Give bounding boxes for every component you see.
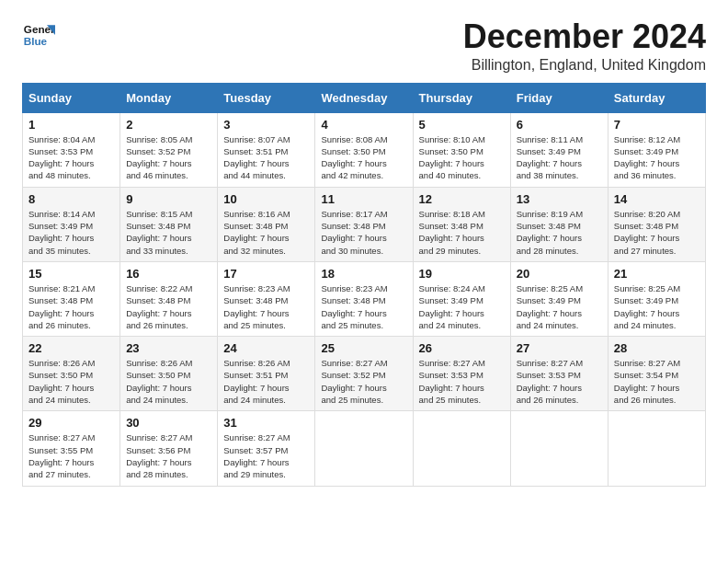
- day-number: 26: [419, 341, 505, 355]
- calendar-header-friday: Friday: [510, 83, 608, 112]
- day-info: Sunrise: 8:27 AM Sunset: 3:54 PM Dayligh…: [614, 357, 700, 406]
- day-number: 22: [28, 341, 114, 355]
- calendar-cell: 17Sunrise: 8:23 AM Sunset: 3:48 PM Dayli…: [218, 261, 315, 336]
- calendar-cell: 12Sunrise: 8:18 AM Sunset: 3:48 PM Dayli…: [413, 187, 510, 261]
- day-info: Sunrise: 8:14 AM Sunset: 3:49 PM Dayligh…: [28, 208, 114, 257]
- calendar-table: SundayMondayTuesdayWednesdayThursdayFrid…: [22, 83, 706, 487]
- day-info: Sunrise: 8:25 AM Sunset: 3:49 PM Dayligh…: [614, 282, 700, 331]
- day-number: 30: [126, 416, 211, 430]
- day-number: 7: [614, 118, 700, 132]
- calendar-cell: 19Sunrise: 8:24 AM Sunset: 3:49 PM Dayli…: [413, 261, 510, 336]
- calendar-cell: 31Sunrise: 8:27 AM Sunset: 3:57 PM Dayli…: [218, 411, 315, 486]
- calendar-header-row: SundayMondayTuesdayWednesdayThursdayFrid…: [23, 83, 706, 112]
- month-title: December 2024: [463, 18, 706, 55]
- calendar-week-1: 1Sunrise: 8:04 AM Sunset: 3:53 PM Daylig…: [23, 112, 706, 187]
- day-number: 17: [223, 267, 309, 281]
- calendar-cell: 4Sunrise: 8:08 AM Sunset: 3:50 PM Daylig…: [315, 112, 413, 187]
- calendar-cell: 16Sunrise: 8:22 AM Sunset: 3:48 PM Dayli…: [120, 261, 218, 336]
- day-number: 4: [321, 118, 406, 132]
- day-number: 23: [126, 341, 211, 355]
- calendar-header-tuesday: Tuesday: [218, 83, 315, 112]
- calendar-header-thursday: Thursday: [413, 83, 510, 112]
- day-number: 14: [614, 192, 700, 206]
- calendar-cell: 9Sunrise: 8:15 AM Sunset: 3:48 PM Daylig…: [120, 187, 218, 261]
- calendar-header-saturday: Saturday: [608, 83, 705, 112]
- day-info: Sunrise: 8:15 AM Sunset: 3:48 PM Dayligh…: [126, 208, 211, 257]
- day-info: Sunrise: 8:27 AM Sunset: 3:57 PM Dayligh…: [223, 431, 309, 480]
- svg-text:Blue: Blue: [24, 35, 48, 47]
- day-info: Sunrise: 8:27 AM Sunset: 3:52 PM Dayligh…: [321, 357, 406, 406]
- calendar-cell: 23Sunrise: 8:26 AM Sunset: 3:50 PM Dayli…: [120, 337, 218, 411]
- day-number: 24: [223, 341, 309, 355]
- calendar-cell: 1Sunrise: 8:04 AM Sunset: 3:53 PM Daylig…: [23, 112, 120, 187]
- day-info: Sunrise: 8:25 AM Sunset: 3:49 PM Dayligh…: [517, 282, 602, 331]
- day-info: Sunrise: 8:04 AM Sunset: 3:53 PM Dayligh…: [28, 133, 114, 182]
- day-number: 20: [517, 267, 602, 281]
- calendar-cell: 26Sunrise: 8:27 AM Sunset: 3:53 PM Dayli…: [413, 337, 510, 411]
- day-number: 19: [419, 267, 505, 281]
- day-info: Sunrise: 8:22 AM Sunset: 3:48 PM Dayligh…: [126, 282, 211, 331]
- calendar-cell: 7Sunrise: 8:12 AM Sunset: 3:49 PM Daylig…: [608, 112, 705, 187]
- calendar-cell: 8Sunrise: 8:14 AM Sunset: 3:49 PM Daylig…: [23, 187, 120, 261]
- day-number: 25: [321, 341, 406, 355]
- day-number: 15: [28, 267, 114, 281]
- calendar-cell: 10Sunrise: 8:16 AM Sunset: 3:48 PM Dayli…: [218, 187, 315, 261]
- day-info: Sunrise: 8:19 AM Sunset: 3:48 PM Dayligh…: [517, 208, 602, 257]
- day-info: Sunrise: 8:26 AM Sunset: 3:50 PM Dayligh…: [126, 357, 211, 406]
- day-number: 31: [223, 416, 309, 430]
- day-number: 12: [419, 192, 505, 206]
- calendar-cell: [608, 411, 705, 486]
- day-number: 29: [28, 416, 114, 430]
- day-info: Sunrise: 8:27 AM Sunset: 3:55 PM Dayligh…: [28, 431, 114, 480]
- day-number: 8: [28, 192, 114, 206]
- page-header: General Blue December 2024 Billington, E…: [22, 18, 706, 74]
- day-info: Sunrise: 8:12 AM Sunset: 3:49 PM Dayligh…: [614, 133, 700, 182]
- day-info: Sunrise: 8:10 AM Sunset: 3:50 PM Dayligh…: [419, 133, 505, 182]
- calendar-cell: 13Sunrise: 8:19 AM Sunset: 3:48 PM Dayli…: [510, 187, 608, 261]
- day-number: 10: [223, 192, 309, 206]
- day-number: 11: [321, 192, 406, 206]
- day-number: 28: [614, 341, 700, 355]
- day-info: Sunrise: 8:23 AM Sunset: 3:48 PM Dayligh…: [223, 282, 309, 331]
- calendar-cell: 25Sunrise: 8:27 AM Sunset: 3:52 PM Dayli…: [315, 337, 413, 411]
- calendar-cell: 29Sunrise: 8:27 AM Sunset: 3:55 PM Dayli…: [23, 411, 120, 486]
- day-info: Sunrise: 8:26 AM Sunset: 3:50 PM Dayligh…: [28, 357, 114, 406]
- day-info: Sunrise: 8:05 AM Sunset: 3:52 PM Dayligh…: [126, 133, 211, 182]
- calendar-cell: 2Sunrise: 8:05 AM Sunset: 3:52 PM Daylig…: [120, 112, 218, 187]
- day-info: Sunrise: 8:23 AM Sunset: 3:48 PM Dayligh…: [321, 282, 406, 331]
- calendar-cell: 24Sunrise: 8:26 AM Sunset: 3:51 PM Dayli…: [218, 337, 315, 411]
- day-info: Sunrise: 8:27 AM Sunset: 3:53 PM Dayligh…: [517, 357, 602, 406]
- calendar-cell: 18Sunrise: 8:23 AM Sunset: 3:48 PM Dayli…: [315, 261, 413, 336]
- day-info: Sunrise: 8:26 AM Sunset: 3:51 PM Dayligh…: [223, 357, 309, 406]
- day-number: 6: [517, 118, 602, 132]
- day-info: Sunrise: 8:07 AM Sunset: 3:51 PM Dayligh…: [223, 133, 309, 182]
- calendar-cell: 30Sunrise: 8:27 AM Sunset: 3:56 PM Dayli…: [120, 411, 218, 486]
- day-info: Sunrise: 8:16 AM Sunset: 3:48 PM Dayligh…: [223, 208, 309, 257]
- calendar-cell: 6Sunrise: 8:11 AM Sunset: 3:49 PM Daylig…: [510, 112, 608, 187]
- calendar-cell: 27Sunrise: 8:27 AM Sunset: 3:53 PM Dayli…: [510, 337, 608, 411]
- logo-icon: General Blue: [22, 18, 55, 52]
- calendar-cell: 5Sunrise: 8:10 AM Sunset: 3:50 PM Daylig…: [413, 112, 510, 187]
- calendar-cell: 14Sunrise: 8:20 AM Sunset: 3:48 PM Dayli…: [608, 187, 705, 261]
- calendar-cell: 15Sunrise: 8:21 AM Sunset: 3:48 PM Dayli…: [23, 261, 120, 336]
- calendar-week-2: 8Sunrise: 8:14 AM Sunset: 3:49 PM Daylig…: [23, 187, 706, 261]
- calendar-cell: 28Sunrise: 8:27 AM Sunset: 3:54 PM Dayli…: [608, 337, 705, 411]
- day-info: Sunrise: 8:21 AM Sunset: 3:48 PM Dayligh…: [28, 282, 114, 331]
- day-info: Sunrise: 8:17 AM Sunset: 3:48 PM Dayligh…: [321, 208, 406, 257]
- day-number: 1: [28, 118, 114, 132]
- calendar-cell: [510, 411, 608, 486]
- calendar-cell: [315, 411, 413, 486]
- calendar-week-3: 15Sunrise: 8:21 AM Sunset: 3:48 PM Dayli…: [23, 261, 706, 336]
- calendar-header-sunday: Sunday: [23, 83, 120, 112]
- day-number: 9: [126, 192, 211, 206]
- day-number: 27: [517, 341, 602, 355]
- calendar-cell: 20Sunrise: 8:25 AM Sunset: 3:49 PM Dayli…: [510, 261, 608, 336]
- calendar-week-4: 22Sunrise: 8:26 AM Sunset: 3:50 PM Dayli…: [23, 337, 706, 411]
- logo: General Blue: [22, 18, 55, 52]
- calendar-cell: 21Sunrise: 8:25 AM Sunset: 3:49 PM Dayli…: [608, 261, 705, 336]
- calendar-cell: [413, 411, 510, 486]
- day-number: 13: [517, 192, 602, 206]
- day-info: Sunrise: 8:18 AM Sunset: 3:48 PM Dayligh…: [419, 208, 505, 257]
- calendar-cell: 3Sunrise: 8:07 AM Sunset: 3:51 PM Daylig…: [218, 112, 315, 187]
- calendar-header-monday: Monday: [120, 83, 218, 112]
